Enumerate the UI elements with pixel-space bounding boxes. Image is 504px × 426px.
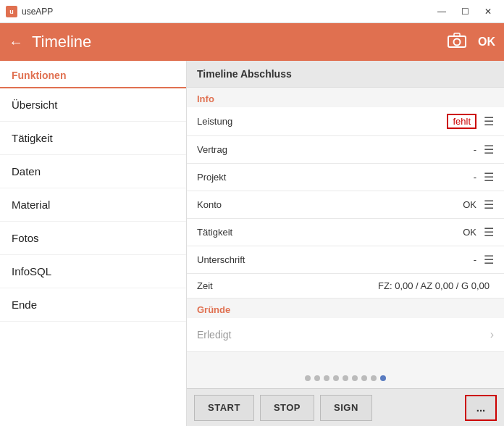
projekt-menu-icon[interactable]: ☰: [484, 170, 494, 184]
page-dot-7[interactable]: [371, 375, 377, 381]
vertrag-value: -: [474, 144, 476, 155]
main-layout: Funktionen Übersicht Tätigkeit Daten Mat…: [0, 61, 504, 426]
leistung-menu-icon[interactable]: ☰: [484, 114, 494, 128]
zeit-value: FZ: 0,00 / AZ 0,00 / G 0,00: [378, 280, 490, 291]
leistung-label: Leistung: [197, 116, 447, 127]
more-button[interactable]: ...: [465, 395, 497, 421]
sign-button[interactable]: SIGN: [320, 395, 372, 421]
page-dot-1[interactable]: [314, 375, 320, 381]
row-tatigkeit: Tätigkeit OK ☰: [187, 219, 504, 246]
sidebar-item-ubersicht[interactable]: Übersicht: [0, 88, 186, 122]
back-button[interactable]: ←: [9, 34, 23, 51]
page-dot-5[interactable]: [352, 375, 358, 381]
page-dot-4[interactable]: [343, 375, 348, 381]
erledigt-label: Erledigt: [197, 329, 231, 341]
sidebar-item-infosql[interactable]: InfoSQL: [0, 255, 186, 288]
unterschrift-menu-icon[interactable]: ☰: [484, 253, 494, 267]
vertrag-label: Vertrag: [197, 144, 474, 155]
row-vertrag: Vertrag - ☰: [187, 136, 504, 164]
ok-button[interactable]: OK: [478, 36, 495, 49]
close-button[interactable]: ✕: [478, 4, 498, 19]
sidebar: Funktionen Übersicht Tätigkeit Daten Mat…: [0, 61, 187, 426]
chevron-right-icon: ›: [490, 328, 494, 341]
start-button[interactable]: START: [194, 395, 254, 421]
sidebar-item-material[interactable]: Material: [0, 188, 186, 222]
page-title: Timeline: [32, 33, 448, 51]
page-dot-2[interactable]: [324, 375, 329, 381]
unterschrift-label: Unterschrift: [197, 254, 474, 265]
konto-menu-icon[interactable]: ☰: [484, 198, 494, 212]
page-dot-8[interactable]: [380, 375, 386, 381]
page-dot-6[interactable]: [361, 375, 367, 381]
camera-icon[interactable]: [448, 33, 466, 52]
konto-label: Konto: [197, 199, 463, 210]
grunde-label: Gründe: [187, 298, 504, 318]
app-icon: u: [6, 6, 17, 17]
app-name: useAPP: [22, 7, 432, 17]
row-konto: Konto OK ☰: [187, 191, 504, 219]
leistung-value: fehlt: [447, 114, 476, 129]
sidebar-item-tatigkeit[interactable]: Tätigkeit: [0, 122, 186, 155]
info-section-label: Info: [187, 88, 504, 107]
page-dot-0[interactable]: [305, 375, 311, 381]
row-unterschrift: Unterschrift - ☰: [187, 246, 504, 274]
bottom-toolbar: START STOP SIGN ...: [187, 388, 504, 426]
zeit-label: Zeit: [197, 280, 378, 291]
content-area: Timeline Abschluss Info Leistung fehlt ☰…: [187, 61, 504, 426]
row-projekt: Projekt - ☰: [187, 164, 504, 191]
page-dots: [187, 368, 504, 388]
vertrag-menu-icon[interactable]: ☰: [484, 143, 494, 156]
sidebar-header: Funktionen: [0, 61, 186, 88]
titlebar: u useAPP — ☐ ✕: [0, 0, 504, 23]
sidebar-item-fotos[interactable]: Fotos: [0, 222, 186, 255]
sidebar-item-daten[interactable]: Daten: [0, 155, 186, 188]
tatigkeit-label: Tätigkeit: [197, 227, 463, 238]
minimize-button[interactable]: —: [432, 4, 452, 19]
tatigkeit-value: OK: [463, 227, 476, 238]
projekt-value: -: [474, 172, 476, 183]
svg-rect-2: [454, 33, 460, 36]
page-dot-3[interactable]: [333, 375, 339, 381]
konto-value: OK: [463, 199, 476, 210]
content-body: Info Leistung fehlt ☰ Vertrag - ☰ Projek…: [187, 88, 504, 368]
maximize-button[interactable]: ☐: [455, 4, 475, 19]
row-leistung: Leistung fehlt ☰: [187, 107, 504, 136]
unterschrift-value: -: [474, 254, 476, 265]
stop-button[interactable]: STOP: [260, 395, 314, 421]
content-title: Timeline Abschluss: [187, 61, 504, 88]
row-zeit: Zeit FZ: 0,00 / AZ 0,00 / G 0,00: [187, 274, 504, 298]
erledigt-row[interactable]: Erledigt ›: [187, 318, 504, 352]
tatigkeit-menu-icon[interactable]: ☰: [484, 225, 494, 239]
header: ← Timeline OK: [0, 23, 504, 61]
projekt-label: Projekt: [197, 172, 474, 183]
window-controls: — ☐ ✕: [432, 4, 498, 19]
sidebar-item-ende[interactable]: Ende: [0, 288, 186, 322]
svg-point-1: [454, 38, 461, 45]
